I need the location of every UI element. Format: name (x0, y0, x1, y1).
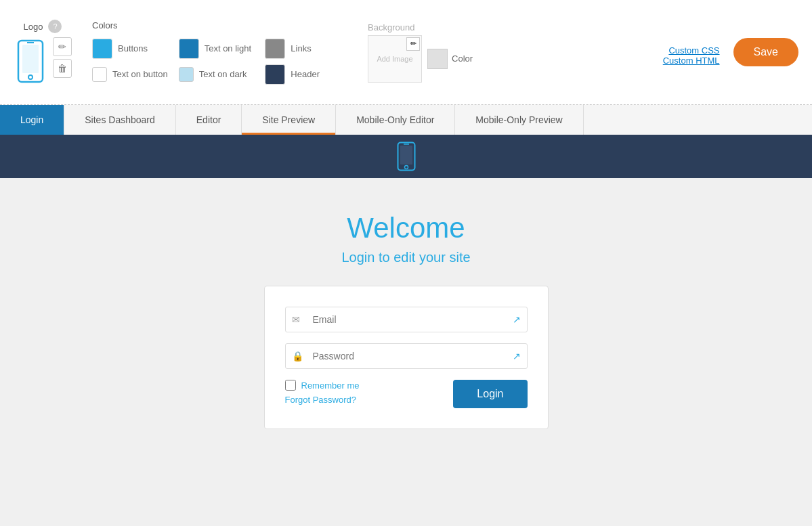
email-arrow-icon: ↗ (513, 314, 521, 325)
background-color-row: Color (427, 49, 473, 69)
svg-rect-1 (22, 45, 39, 73)
text-on-light-label: Text on light (205, 43, 251, 53)
remember-row: Remember me (285, 380, 360, 391)
save-button[interactable]: Save (733, 38, 798, 66)
logo-top-row: Logo ? (24, 20, 62, 33)
form-footer: Remember me Forgot Password? Login (285, 380, 528, 408)
remember-label: Remember me (301, 380, 360, 391)
background-color-swatch[interactable] (427, 49, 448, 69)
background-edit-icon[interactable]: ✏ (406, 37, 420, 51)
background-label: Background (368, 22, 473, 32)
colors-label: Colors (92, 20, 341, 30)
footer-left: Remember me Forgot Password? (285, 380, 360, 405)
text-on-button-swatch[interactable] (92, 67, 107, 82)
delete-logo-button[interactable]: 🗑 (53, 59, 72, 78)
svg-point-6 (404, 166, 408, 169)
tab-editor[interactable]: Editor (176, 105, 242, 135)
login-button[interactable]: Login (453, 380, 527, 408)
color-item-text-on-light: Text on light (179, 39, 255, 59)
custom-css-link[interactable]: Custom CSS (668, 45, 719, 56)
color-item-buttons: Buttons (92, 39, 168, 59)
logo-phone (14, 37, 47, 85)
buttons-swatch[interactable] (92, 39, 112, 59)
mobile-bar (0, 135, 812, 178)
logo-label: Logo (24, 22, 43, 32)
color-item-text-on-button: Text on button (92, 64, 168, 85)
tab-mobile-only-preview[interactable]: Mobile-Only Preview (455, 105, 583, 135)
password-arrow-icon: ↗ (513, 351, 521, 361)
nav-tabs: Login Sites Dashboard Editor Site Previe… (0, 105, 812, 135)
text-on-dark-swatch[interactable] (179, 67, 194, 82)
header-label: Header (291, 69, 320, 79)
links-area: Custom CSS Custom HTML (500, 39, 719, 66)
welcome-subtitle: Login to edit your site (341, 250, 470, 265)
email-input[interactable] (285, 307, 528, 332)
tab-sites-dashboard[interactable]: Sites Dashboard (64, 105, 176, 135)
background-section: Background Add Image ✏ Color (368, 22, 473, 83)
svg-rect-5 (400, 146, 412, 165)
tab-mobile-only-editor[interactable]: Mobile-Only Editor (336, 105, 455, 135)
password-input-group: 🔒 ↗ (285, 343, 528, 369)
main-content: Welcome Login to edit your site ✉ ↗ 🔒 ↗ … (0, 178, 812, 463)
color-item-links: Links (265, 39, 341, 59)
text-on-dark-label: Text on dark (199, 69, 247, 79)
toolbar: Logo ? ✏ 🗑 Colors (0, 0, 812, 105)
links-label: Links (291, 43, 311, 53)
login-card: ✉ ↗ 🔒 ↗ Remember me Forgot Password? Log… (264, 286, 549, 429)
edit-logo-button[interactable]: ✏ (53, 37, 72, 56)
password-input[interactable] (285, 343, 528, 369)
color-item-header: Header (265, 64, 341, 85)
text-on-button-label: Text on button (112, 69, 168, 79)
buttons-label: Buttons (118, 43, 148, 53)
email-input-group: ✉ ↗ (285, 307, 528, 332)
text-on-light-swatch[interactable] (179, 39, 199, 59)
logo-content: ✏ 🗑 (14, 37, 72, 85)
color-item-text-on-dark: Text on dark (179, 64, 255, 85)
logo-actions: ✏ 🗑 (53, 37, 72, 78)
welcome-title: Welcome (347, 212, 465, 244)
background-area: Add Image ✏ Color (368, 35, 473, 83)
logo-area: Logo ? ✏ 🗑 (14, 20, 72, 85)
tab-site-preview[interactable]: Site Preview (242, 105, 336, 135)
colors-grid: Buttons Text on light Links Text on butt… (92, 39, 341, 85)
mobile-phone-icon (397, 141, 416, 171)
svg-point-2 (28, 75, 33, 79)
forgot-password-link[interactable]: Forgot Password? (285, 395, 360, 405)
add-image-text: Add Image (377, 55, 412, 63)
background-color-label: Color (452, 53, 473, 64)
colors-section: Colors Buttons Text on light Links Text … (92, 20, 341, 85)
help-icon[interactable]: ? (48, 20, 62, 33)
remember-checkbox[interactable] (285, 380, 296, 391)
custom-html-link[interactable]: Custom HTML (663, 56, 720, 66)
tab-login[interactable]: Login (0, 105, 64, 135)
background-image-box[interactable]: Add Image ✏ (368, 35, 422, 83)
links-swatch[interactable] (265, 39, 285, 59)
lock-icon: 🔒 (292, 351, 303, 361)
header-swatch[interactable] (265, 64, 285, 85)
email-icon: ✉ (292, 314, 300, 325)
